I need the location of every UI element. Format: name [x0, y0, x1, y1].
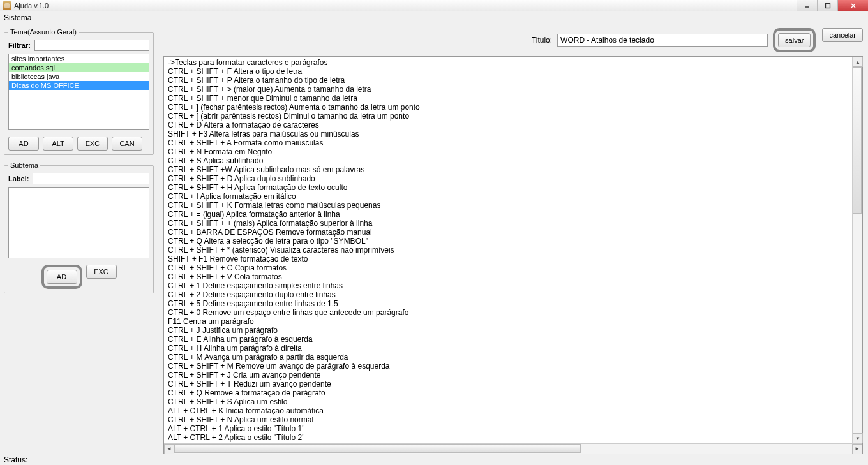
subtema-exc-button[interactable]: EXC	[86, 265, 117, 279]
hscroll-track[interactable]	[174, 444, 852, 454]
tema-alt-button[interactable]: ALT	[43, 137, 73, 151]
close-button[interactable]	[837, 0, 868, 11]
scroll-up-arrow[interactable]: ▲	[853, 57, 863, 67]
scroll-left-arrow[interactable]: ◄	[164, 444, 174, 454]
filtrar-input[interactable]	[34, 40, 149, 51]
scroll-down-arrow[interactable]: ▼	[853, 433, 863, 443]
label-label: Label:	[8, 175, 29, 182]
subtema-ad-button[interactable]: AD	[47, 270, 77, 284]
window-title: Ajuda v.1.0	[14, 2, 49, 10]
subtema-legend: Subtema	[8, 161, 40, 169]
sidebar: Tema(Assunto Geral) Filtrar: sites impor…	[0, 24, 158, 454]
titulo-label: Titulo:	[532, 36, 552, 45]
fieldset-tema: Tema(Assunto Geral) Filtrar: sites impor…	[4, 28, 154, 155]
hscroll-thumb[interactable]	[174, 444, 581, 453]
cancelar-button[interactable]: cancelar	[822, 28, 863, 42]
tema-list-item[interactable]: sites importantes	[9, 54, 149, 63]
scroll-right-arrow[interactable]: ►	[852, 444, 862, 454]
main-area: Tema(Assunto Geral) Filtrar: sites impor…	[0, 24, 868, 454]
tema-list-item[interactable]: Dicas do MS OFFICE	[9, 81, 149, 90]
label-input[interactable]	[33, 173, 149, 184]
tema-ad-button[interactable]: AD	[8, 137, 39, 151]
tema-legend: Tema(Assunto Geral)	[8, 28, 79, 36]
tema-listbox[interactable]: sites importantescomandos sqlbibliotecas…	[8, 54, 149, 130]
menu-sistema[interactable]: Sistema	[4, 13, 31, 22]
vscroll-thumb[interactable]	[853, 67, 862, 214]
vertical-scrollbar[interactable]: ▲ ▼	[852, 57, 862, 443]
minimize-button[interactable]	[797, 0, 817, 11]
svg-rect-1	[825, 4, 830, 8]
subtema-listbox[interactable]	[8, 187, 149, 258]
highlight-salvar-wrap: salvar	[773, 28, 816, 52]
content-panel: Titulo: salvar cancelar ->Teclas para fo…	[158, 24, 868, 454]
fieldset-subtema: Subtema Label: AD EXC	[4, 161, 154, 293]
window-controls	[797, 0, 868, 11]
content-textarea[interactable]: ->Teclas para formatar caracteres e pará…	[164, 57, 862, 443]
status-label: Status:	[4, 455, 27, 464]
horizontal-scrollbar[interactable]: ◄ ►	[164, 443, 862, 454]
textarea-container: ->Teclas para formatar caracteres e pará…	[163, 56, 863, 454]
filtrar-label: Filtrar:	[8, 41, 31, 49]
salvar-button[interactable]: salvar	[778, 33, 811, 47]
status-bar: Status:	[0, 454, 868, 465]
maximize-button[interactable]	[817, 0, 837, 11]
tema-list-item[interactable]: comandos sql	[9, 63, 149, 72]
menu-bar: Sistema	[0, 11, 868, 24]
java-app-icon	[3, 1, 11, 10]
vscroll-track[interactable]	[853, 67, 862, 433]
titulo-input[interactable]	[557, 34, 768, 47]
tema-exc-button[interactable]: EXC	[77, 137, 108, 151]
highlight-ad: AD	[41, 265, 82, 289]
tema-can-button[interactable]: CAN	[112, 137, 142, 151]
window-titlebar: Ajuda v.1.0	[0, 0, 868, 11]
content-header: Titulo: salvar cancelar	[158, 24, 868, 56]
tema-list-item[interactable]: bibliotecas java	[9, 72, 149, 81]
